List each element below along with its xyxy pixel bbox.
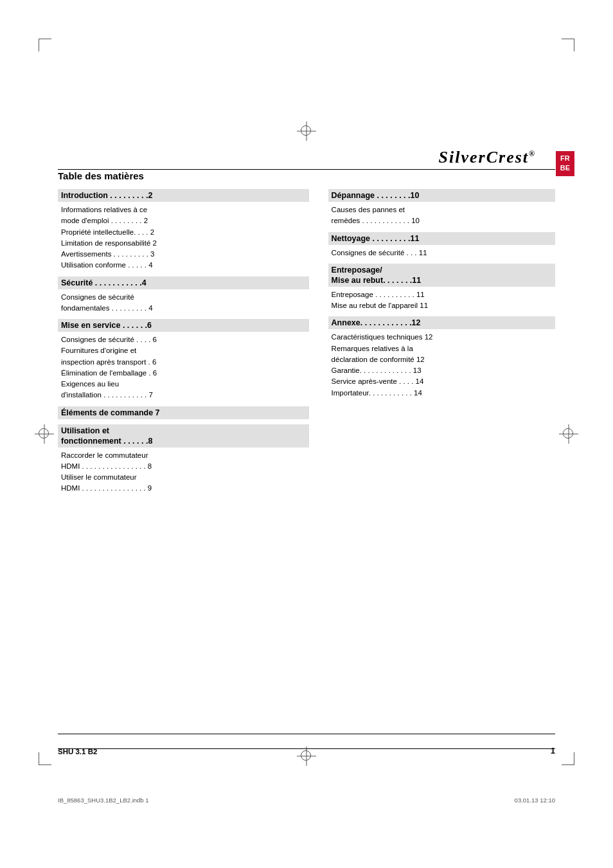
toc-entry: Caractéristiques techniques 12 <box>328 332 555 343</box>
toc-entry: Service après-vente . . . . 14 <box>328 376 555 387</box>
lang-fr: FR <box>560 154 570 163</box>
toc-columns: Introduction . . . . . . . . .2 Informat… <box>58 189 555 494</box>
toc-entry: remèdes . . . . . . . . . . . . 10 <box>328 215 555 226</box>
toc-entry: Propriété intellectuelle. . . . 2 <box>58 227 309 238</box>
section-mise-au-rebut: Mise au rebut. . . . . . .11 <box>328 275 555 287</box>
corner-mark-tl <box>39 39 51 51</box>
divider-bottom-top <box>58 734 555 734</box>
footer-page: 1 <box>551 746 555 755</box>
section-nettoyage: Nettoyage . . . . . . . . .11 <box>328 232 555 245</box>
toc-entry: Élimination de l'emballage . 6 <box>58 368 309 379</box>
section-introduction: Introduction . . . . . . . . .2 <box>58 189 309 202</box>
toc-entry: Avertissements . . . . . . . . . 3 <box>58 249 309 260</box>
toc-entry: Remarques relatives à la <box>328 343 555 354</box>
toc-entry: déclaration de conformité 12 <box>328 354 555 365</box>
toc-entry: Limitation de responsabilité 2 <box>58 238 309 249</box>
toc-left-column: Introduction . . . . . . . . .2 Informat… <box>58 189 309 494</box>
section-entreposage: Entreposage/ <box>328 264 555 275</box>
toc-entry: Garantie. . . . . . . . . . . . . 13 <box>328 365 555 376</box>
toc-entry: mode d'emploi . . . . . . . . 2 <box>58 215 309 226</box>
toc-title: Table des matières <box>58 170 555 181</box>
footer: SHU 3.1 B2 1 <box>58 746 555 755</box>
section-utilisation: Utilisation et <box>58 424 309 436</box>
bottom-bar: IB_85863_SHU3.1B2_LB2.indb 1 03.01.13 12… <box>58 797 555 804</box>
toc-entry: d'installation . . . . . . . . . . . 7 <box>58 390 309 401</box>
toc-entry: Utilisation conforme . . . . . 4 <box>58 260 309 271</box>
page: SilverCrest® FR BE Table des matières In… <box>0 0 613 868</box>
brand-logo: SilverCrest® <box>439 148 536 167</box>
toc-entry: Exigences au lieu <box>58 379 309 390</box>
crosshair-mid-left <box>39 428 50 440</box>
toc-entry: Importateur. . . . . . . . . . . 14 <box>328 388 555 399</box>
toc-entry: Informations relatives à ce <box>58 204 309 215</box>
corner-mark-br <box>562 752 574 765</box>
toc-entry: HDMI . . . . . . . . . . . . . . . . 9 <box>58 483 309 494</box>
section-fonctionnement: fonctionnement . . . . . .8 <box>58 436 309 448</box>
section-elements-commande: Éléments de commande 7 <box>58 406 309 419</box>
crosshair-top <box>301 125 312 137</box>
brand-name: SilverCrest <box>439 148 529 167</box>
toc-right-column: Dépannage . . . . . . . .10 Causes des p… <box>328 189 555 494</box>
toc-entry: Consignes de sécurité . . . 11 <box>328 248 555 258</box>
corner-mark-tr <box>562 39 574 51</box>
section-annexe: Annexe. . . . . . . . . . . .12 <box>328 316 555 329</box>
toc-entry: Utiliser le commutateur <box>58 472 309 483</box>
toc-entry: Consignes de sécurité <box>58 292 309 303</box>
crosshair-mid-right <box>563 428 574 440</box>
toc-entry: Mise au rebut de l'appareil 11 <box>328 300 555 311</box>
lang-be: BE <box>560 163 570 173</box>
toc-entry: Causes des pannes et <box>328 204 555 215</box>
divider-top <box>58 169 555 170</box>
section-mise-en-service: Mise en service . . . . . .6 <box>58 319 309 332</box>
bottom-bar-left: IB_85863_SHU3.1B2_LB2.indb 1 <box>58 797 149 804</box>
bottom-bar-right: 03.01.13 12:10 <box>515 797 555 804</box>
lang-badge: FR BE <box>556 151 574 176</box>
toc-entry: Consignes de sécurité . . . . 6 <box>58 334 309 345</box>
footer-model: SHU 3.1 B2 <box>58 748 97 755</box>
toc-entry: HDMI . . . . . . . . . . . . . . . . 8 <box>58 461 309 472</box>
toc-entry: Fournitures d'origine et <box>58 345 309 356</box>
brand-trademark: ® <box>529 149 536 158</box>
toc-entry: fondamentales . . . . . . . . . 4 <box>58 303 309 314</box>
toc-entry: Raccorder le commutateur <box>58 450 309 461</box>
toc-content: Table des matières Introduction . . . . … <box>58 170 555 494</box>
toc-entry: Entreposage . . . . . . . . . . 11 <box>328 289 555 300</box>
section-depannage: Dépannage . . . . . . . .10 <box>328 189 555 202</box>
section-securite: Sécurité . . . . . . . . . . .4 <box>58 276 309 289</box>
corner-mark-bl <box>39 752 51 765</box>
toc-entry: inspection après transport . 6 <box>58 357 309 368</box>
